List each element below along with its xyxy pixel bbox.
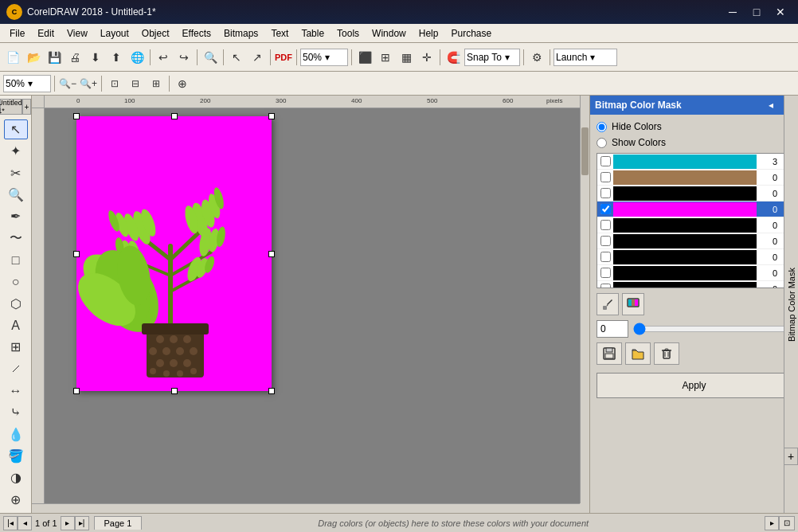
cursor-icon[interactable]: ↖ <box>227 48 246 67</box>
color-checkbox-6[interactable] <box>600 236 611 246</box>
export-icon[interactable]: ⬆ <box>107 48 126 67</box>
color-checkbox-1[interactable] <box>600 156 611 166</box>
color-row-8[interactable]: 0 <box>597 265 791 281</box>
add-icon-btn[interactable]: ⊕ <box>4 490 28 510</box>
color-checkbox-2[interactable] <box>600 172 611 182</box>
color-check-7[interactable] <box>597 252 613 262</box>
settings-icon[interactable]: ⚙ <box>527 48 546 67</box>
doc-tab[interactable]: Untitled-1* <box>0 99 22 115</box>
minimize-button[interactable]: ─ <box>722 3 744 21</box>
color-check-9[interactable] <box>597 284 613 288</box>
handle-bl[interactable] <box>73 388 80 394</box>
color-check-3[interactable] <box>597 188 613 198</box>
handle-tc[interactable] <box>171 113 178 119</box>
color-picker-btn[interactable] <box>622 293 644 315</box>
cursor2-icon[interactable]: ↗ <box>248 48 267 67</box>
add-page-icon[interactable]: ⊕ <box>173 74 192 93</box>
menu-view[interactable]: View <box>61 24 94 42</box>
color-checkbox-4[interactable] <box>600 204 611 214</box>
search-icon[interactable]: 🔍 <box>201 48 220 67</box>
polygon-tool[interactable]: ⬡ <box>4 294 28 314</box>
zoom-dropdown-2[interactable]: 50%▾ <box>3 75 51 92</box>
scrollbar-vertical[interactable] <box>580 96 589 503</box>
zoom-tool[interactable]: 🔍 <box>4 185 28 205</box>
zoom-dropdown-main[interactable]: 50%▾ <box>300 49 348 66</box>
color-checkbox-7[interactable] <box>600 252 611 262</box>
page-last-btn[interactable]: ▸| <box>75 516 89 530</box>
menu-file[interactable]: File <box>3 24 31 42</box>
color-check-8[interactable] <box>597 268 613 278</box>
page-prev-btn[interactable]: ◂ <box>18 516 32 530</box>
color-check-5[interactable] <box>597 220 613 230</box>
color-row-6[interactable]: 0 <box>597 233 791 249</box>
page-next-btn[interactable]: ▸ <box>61 516 75 530</box>
freehand-tool[interactable]: ✒ <box>4 206 28 226</box>
color-checkbox-5[interactable] <box>600 220 611 230</box>
color-row-9[interactable]: 0 <box>597 281 791 288</box>
zoom-in2-icon[interactable]: 🔍+ <box>79 74 98 93</box>
zoom-page-icon[interactable]: ⊟ <box>126 74 145 93</box>
dimension-tool[interactable]: ↔ <box>4 381 28 401</box>
guide-icon[interactable]: ✛ <box>417 48 436 67</box>
maximize-button[interactable]: □ <box>745 3 768 21</box>
import-icon[interactable]: ⬇ <box>86 48 105 67</box>
show-colors-radio[interactable] <box>597 138 607 148</box>
scrollbar-v-thumb[interactable] <box>581 127 589 175</box>
save-icon[interactable]: 💾 <box>45 48 64 67</box>
menu-table[interactable]: Table <box>295 24 331 42</box>
add-tab-btn[interactable]: + <box>22 99 31 115</box>
print-icon[interactable]: 🖨 <box>65 48 84 67</box>
close-button[interactable]: ✕ <box>769 3 792 21</box>
shape-tool[interactable]: ✦ <box>4 141 28 161</box>
text-tool[interactable]: A <box>4 315 28 335</box>
launch-dropdown[interactable]: Launch▾ <box>554 49 617 66</box>
color-check-6[interactable] <box>597 236 613 246</box>
fill-tool[interactable]: 🪣 <box>4 446 28 466</box>
handle-tl[interactable] <box>73 113 80 119</box>
save-mask-btn[interactable] <box>597 342 622 365</box>
menu-layout[interactable]: Layout <box>94 24 135 42</box>
redo-icon[interactable]: ↪ <box>174 48 194 67</box>
smart-draw-tool[interactable]: 〜 <box>4 229 28 248</box>
zoom-fit-icon[interactable]: ⊡ <box>105 74 124 93</box>
color-row-4[interactable]: 0 <box>597 201 791 217</box>
grid-icon[interactable]: ⊞ <box>376 48 395 67</box>
scrollbar-horizontal[interactable] <box>32 503 580 513</box>
menu-tools[interactable]: Tools <box>331 24 366 42</box>
menu-effects[interactable]: Effects <box>176 24 217 42</box>
rect-tool[interactable]: □ <box>4 250 28 270</box>
apply-button[interactable]: Apply <box>597 373 792 398</box>
page-scroll-right-btn[interactable]: ▸ <box>765 516 779 530</box>
handle-ml[interactable] <box>73 251 80 257</box>
zoom-width-icon[interactable]: ⊞ <box>147 74 166 93</box>
menu-purchase[interactable]: Purchase <box>444 24 498 42</box>
grid2-icon[interactable]: ▦ <box>397 48 416 67</box>
page-first-btn[interactable]: |◂ <box>3 516 18 530</box>
menu-object[interactable]: Object <box>135 24 176 42</box>
handle-mr[interactable] <box>268 251 275 257</box>
menu-window[interactable]: Window <box>366 24 413 42</box>
pdf-icon[interactable]: PDF <box>274 48 293 67</box>
menu-edit[interactable]: Edit <box>31 24 61 42</box>
panel-expand-btn[interactable]: ◂ <box>765 99 777 111</box>
tolerance-slider[interactable] <box>633 323 792 335</box>
handle-bc[interactable] <box>171 388 178 394</box>
menu-help[interactable]: Help <box>413 24 445 42</box>
color-checkbox-3[interactable] <box>600 188 611 198</box>
hide-colors-radio[interactable] <box>597 122 607 132</box>
ellipse-tool[interactable]: ○ <box>4 272 28 291</box>
frame-icon[interactable]: ⬛ <box>355 48 374 67</box>
table-tool[interactable]: ⊞ <box>4 337 28 357</box>
snap-dropdown[interactable]: Snap To▾ <box>464 49 520 66</box>
zoom-out-icon[interactable]: 🔍− <box>58 74 77 93</box>
menu-text[interactable]: Text <box>264 24 295 42</box>
handle-br[interactable] <box>268 388 275 394</box>
color-row-3[interactable]: 0 <box>597 186 791 201</box>
crop-tool[interactable]: ✂ <box>4 163 28 183</box>
handle-tr[interactable] <box>268 113 275 119</box>
color-row-2[interactable]: 0 <box>597 170 791 186</box>
remove-mask-btn[interactable] <box>654 342 679 365</box>
color-row-5[interactable]: 0 <box>597 217 791 233</box>
page-tab-1[interactable]: Page 1 <box>94 516 143 530</box>
menu-bitmaps[interactable]: Bitmaps <box>217 24 264 42</box>
